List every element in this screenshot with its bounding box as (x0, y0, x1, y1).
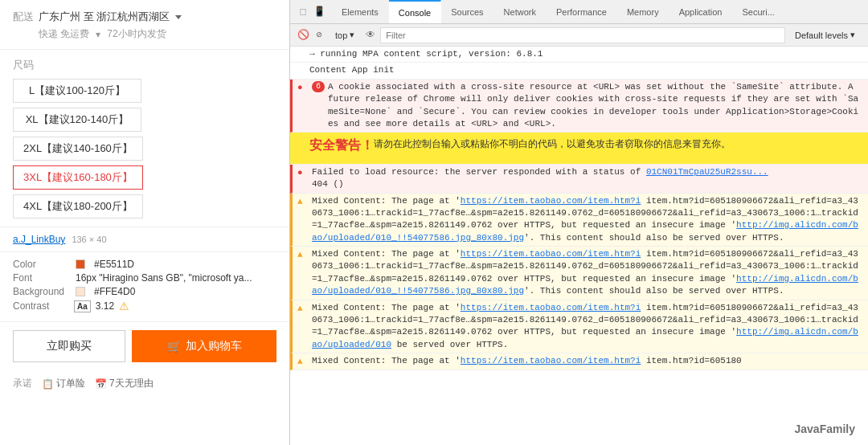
order-insurance-text: 订单险 (56, 377, 85, 390)
console-text-mixed4: Mixed Content: The page at 'https://item… (312, 355, 862, 367)
console-text-mixed3: Mixed Content: The page at 'https://item… (312, 302, 862, 352)
mixed1-link1[interactable]: https://item.taobao.com/item.htm?i (461, 196, 641, 206)
watermark: JavaFamily (795, 423, 856, 435)
console-line-404: ● Failed to load resource: the server re… (290, 165, 868, 194)
color-key: Color (13, 259, 69, 270)
aa-badge: Aa (74, 300, 91, 312)
console-output[interactable]: → running MPA content script, version: 6… (290, 47, 868, 445)
warn-icon-mixed2: ▲ (297, 249, 303, 261)
action-buttons: 立即购买 🛒 加入购物车 (0, 322, 289, 370)
devtools-toolbar: 🚫 ⊘ top ▾ 👁 Default levels ▾ (290, 24, 868, 47)
mixed4-link1[interactable]: https://item.taobao.com/item.htm?i (461, 356, 641, 365)
console-text-cookie: A cookie associated with a cross-site re… (328, 81, 862, 131)
shipping-time: 72小时内发货 (107, 27, 166, 41)
promise-row: 承诺 📋 订单险 📅 7天无理由 (0, 370, 289, 397)
shipping-type[interactable]: 快递 免运费 (39, 27, 89, 41)
add-cart-button[interactable]: 🛒 加入购物车 (132, 330, 276, 362)
levels-dropdown-arrow: ▾ (850, 30, 855, 40)
console-text-404: Failed to load resource: the server resp… (312, 166, 862, 191)
bg-swatch (76, 287, 85, 296)
left-panel: 配送 广东广州 至 浙江杭州西湖区 快递 免运费 ▾ 72小时内发货 尺码 L【… (0, 0, 289, 445)
security-warning-text: 请勿在此控制台输入或粘贴你不明白的代码，以避免攻击者窃取你的信息来冒充你。 (374, 137, 731, 151)
tab-application[interactable]: Application (669, 0, 733, 23)
error-link-404[interactable]: 01CN01TmCpaU25uR2ssu... (646, 167, 768, 177)
eye-icon[interactable]: 👁 (364, 29, 377, 42)
buy-now-button[interactable]: 立即购买 (13, 330, 125, 362)
filter-input[interactable] (380, 27, 785, 43)
size-option-3xl[interactable]: 3XL【建议160-180斤】 (13, 165, 143, 190)
font-value: 16px "Hiragino Sans GB", "microsoft ya..… (76, 272, 252, 284)
console-line-cookie: ● 6 A cookie associated with a cross-sit… (290, 80, 868, 133)
error-icon-cookie: ● (297, 82, 303, 94)
console-line-mpa: → running MPA content script, version: 6… (290, 47, 868, 63)
tab-security[interactable]: Securi... (732, 0, 784, 23)
tab-console[interactable]: Console (389, 0, 441, 23)
contrast-key: Contrast (13, 300, 69, 312)
top-dropdown[interactable]: top ▾ (329, 28, 361, 42)
tab-elements[interactable]: Elements (332, 0, 389, 23)
size-option-xl[interactable]: XL【建议120-140斤】 (13, 108, 141, 132)
inspect-icon[interactable]: ⬚ (297, 6, 309, 18)
console-line-mixed4: ▲ Mixed Content: The page at 'https://it… (290, 353, 868, 369)
devtools-panel: ⬚ 📱 Elements Console Sources Network Per… (289, 0, 868, 445)
size-option-2xl[interactable]: 2XL【建议140-160斤】 (13, 137, 143, 161)
bg-value: #FFE4D0 (94, 286, 135, 297)
mixed3-link1[interactable]: https://item.taobao.com/item.htm?i (461, 303, 641, 312)
warn-icon-mixed3: ▲ (297, 303, 303, 315)
link-buy-row: a.J_LinkBuy 136 × 40 (0, 227, 289, 252)
top-dropdown-arrow: ▾ (350, 30, 354, 40)
size-option-4xl[interactable]: 4XL【建议180-200斤】 (13, 194, 143, 218)
tab-memory[interactable]: Memory (617, 0, 669, 23)
shipping-label: 配送 (13, 10, 39, 24)
shipping-separator: ▾ (96, 29, 100, 40)
color-value: #E5511D (94, 259, 134, 270)
cookie-error-badge: 6 (312, 81, 325, 92)
mixed2-link1[interactable]: https://item.taobao.com/item.htm?i (461, 249, 641, 259)
tab-performance[interactable]: Performance (547, 0, 617, 23)
return-policy-icon: 📅 (95, 378, 107, 390)
console-line-mixed1: ▲ Mixed Content: The page at 'https://it… (290, 194, 868, 247)
bg-key: Background (13, 286, 69, 297)
console-settings-icon[interactable]: ⊘ (313, 29, 326, 42)
size-grid: L【建议100-120斤】 XL【建议120-140斤】 2XL【建议140-1… (13, 79, 276, 218)
console-text-mixed1: Mixed Content: The page at 'https://item… (312, 195, 862, 245)
console-text-mpa: → running MPA content script, version: 6… (309, 48, 862, 60)
mixed2-link2[interactable]: http://img.alicdn.com/bao/uploaded/010_!… (312, 274, 858, 296)
security-warning-title: 安全警告！ (309, 137, 374, 155)
device-icon[interactable]: 📱 (313, 6, 326, 18)
size-option-l[interactable]: L【建议100-120斤】 (13, 79, 141, 103)
console-text-mixed2: Mixed Content: The page at 'https://item… (312, 248, 862, 298)
levels-dropdown[interactable]: Default levels ▾ (788, 28, 862, 42)
link-buy-name[interactable]: a.J_LinkBuy (13, 234, 65, 245)
color-swatch (76, 259, 85, 269)
cart-icon: 🛒 (167, 340, 181, 353)
clear-console-icon[interactable]: 🚫 (297, 29, 309, 42)
shipping-section: 配送 广东广州 至 浙江杭州西湖区 快递 免运费 ▾ 72小时内发货 (0, 0, 289, 50)
console-text-init: Content App init (309, 64, 862, 76)
tab-sources[interactable]: Sources (441, 0, 493, 23)
size-label: 尺码 (13, 58, 276, 72)
shipping-dropdown-icon[interactable] (175, 15, 182, 19)
tab-icons: ⬚ 📱 (290, 6, 332, 18)
font-key: Font (13, 272, 69, 284)
return-policy-text: 7天无理由 (109, 377, 154, 390)
size-section: 尺码 L【建议100-120斤】 XL【建议120-140斤】 2XL【建议14… (0, 50, 289, 227)
shipping-from: 广东广州 至 浙江杭州西湖区 (39, 10, 182, 24)
console-line-mixed3: ▲ Mixed Content: The page at 'https://it… (290, 300, 868, 354)
mixed3-link2[interactable]: http://img.alicdn.com/bao/uploaded/010 (312, 327, 858, 349)
error-icon-404: ● (297, 167, 303, 179)
order-insurance-icon: 📋 (42, 378, 54, 390)
mixed1-link2[interactable]: http://img.alicdn.com/bao/uploaded/010_!… (312, 220, 858, 242)
promise-item-order: 📋 订单险 (42, 377, 85, 390)
warn-icon-mixed4: ▲ (297, 356, 303, 368)
inspector-section: Color #E5511D Font 16px "Hiragino Sans G… (0, 252, 289, 322)
link-buy-size: 136 × 40 (72, 235, 106, 244)
console-line-security: 安全警告！ 请勿在此控制台输入或粘贴你不明白的代码，以避免攻击者窃取你的信息来冒… (290, 133, 868, 164)
tab-network[interactable]: Network (494, 0, 547, 23)
contrast-value: 3.12 (96, 300, 114, 312)
console-line-mixed2: ▲ Mixed Content: The page at 'https://it… (290, 247, 868, 300)
devtools-tabs: ⬚ 📱 Elements Console Sources Network Per… (290, 0, 868, 24)
warn-icon-mixed1: ▲ (297, 196, 303, 208)
promise-item-return: 📅 7天无理由 (95, 377, 154, 390)
promise-label: 承诺 (13, 377, 32, 390)
